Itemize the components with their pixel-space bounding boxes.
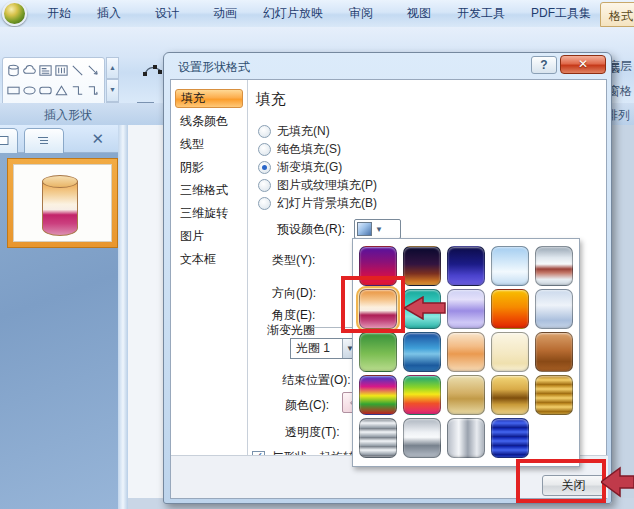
gradient-swatch-gold-tan[interactable]: [447, 375, 485, 415]
radio-no-fill[interactable]: 无填充(N): [258, 123, 330, 140]
dialog-title: 设置形状格式: [178, 59, 250, 76]
preset-dropdown-arrow: ▼: [375, 225, 383, 234]
gallery-scroll-down-button[interactable]: ▼: [106, 79, 119, 101]
pane-divider[interactable]: [118, 125, 128, 509]
gradient-stop-combo[interactable]: 光圈 1 ▼: [290, 338, 358, 359]
preset-colors-button[interactable]: ▼: [354, 219, 401, 239]
shape-oval-icon[interactable]: [21, 80, 37, 100]
annotation-box-close-button: [516, 459, 606, 503]
gradient-swatch-blue-stripes[interactable]: [491, 418, 529, 458]
slide-thumbnail-content: [13, 164, 112, 242]
nav-item-text-box[interactable]: 文本框: [175, 250, 243, 269]
dialog-nav: 填充 线条颜色 线型 阴影 三维格式 三维旋转 图片 文本框: [171, 80, 248, 456]
radio-circle[interactable]: [258, 179, 271, 192]
shape-elbow-arrow-connector-icon[interactable]: [86, 80, 102, 100]
radio-solid-fill[interactable]: 纯色填充(S): [258, 141, 341, 158]
tab-view[interactable]: 视图: [394, 0, 444, 27]
gradient-swatch-ocean-blue[interactable]: [403, 332, 441, 372]
gradient-swatch-parchment[interactable]: [491, 332, 529, 372]
transparency-label: 透明度(T):: [285, 424, 340, 441]
gradient-swatch-green[interactable]: [359, 332, 397, 372]
dialog-help-button[interactable]: ?: [531, 56, 557, 74]
ribbon-tab-bar: 开始 插入 设计 动画 幻灯片放映 审阅 视图 开发工具 PDF工具集 格式: [0, 0, 634, 27]
radio-circle-selected[interactable]: [258, 161, 271, 174]
tab-slideshow[interactable]: 幻灯片放映: [250, 0, 336, 27]
nav-item-3d-rotation[interactable]: 三维旋转: [175, 204, 243, 223]
insert-shapes-group-label: 插入形状: [44, 107, 92, 124]
slide-thumbnail[interactable]: [7, 158, 118, 248]
nav-item-3d-format[interactable]: 三维格式: [175, 181, 243, 200]
preset-colors-dropdown-panel: [352, 238, 580, 467]
ribbon-tabs: 开始 插入 设计 动画 幻灯片放映 审阅 视图 开发工具 PDF工具集: [34, 0, 604, 27]
tab-design[interactable]: 设计: [142, 0, 192, 27]
gradient-swatch-gold-brown-band[interactable]: [491, 375, 529, 415]
shape-vertical-text-box-icon[interactable]: [53, 60, 69, 80]
shape-line-icon[interactable]: [70, 60, 86, 80]
slide-canvas-edge: [128, 125, 164, 509]
office-button[interactable]: [2, 1, 27, 26]
tab-developer[interactable]: 开发工具: [444, 0, 518, 27]
radio-label: 图片或纹理填充(P): [277, 177, 377, 194]
radio-picture-texture-fill[interactable]: 图片或纹理填充(P): [258, 177, 377, 194]
tab-outline[interactable]: [24, 128, 64, 153]
gallery-scroll-up-button[interactable]: ▲: [106, 57, 119, 79]
tab-animation[interactable]: 动画: [200, 0, 250, 27]
gradient-swatch-silver-stripes[interactable]: [359, 418, 397, 458]
shape-triangle-icon[interactable]: [53, 80, 69, 100]
tab-insert[interactable]: 插入: [84, 0, 134, 27]
dialog-close-x-button[interactable]: ✕: [560, 55, 606, 74]
type-label: 类型(Y):: [272, 252, 315, 269]
radio-gradient-fill[interactable]: 渐变填充(G): [258, 159, 342, 176]
gradient-swatch-lavender[interactable]: [447, 289, 485, 329]
shape-text-box-icon[interactable]: [37, 60, 53, 80]
nav-item-picture[interactable]: 图片: [175, 227, 243, 246]
gradient-swatch-peach[interactable]: [447, 332, 485, 372]
shape-arrow-icon[interactable]: [86, 60, 102, 80]
shape-elbow-connector-icon[interactable]: [70, 80, 86, 100]
slide-icon: [0, 136, 9, 145]
gradient-stops-label: 渐变光圈: [267, 322, 315, 339]
tab-home[interactable]: 开始: [34, 0, 84, 27]
preset-colors-label: 预设颜色(R):: [277, 221, 345, 238]
tab-pdf-tools[interactable]: PDF工具集: [518, 0, 604, 27]
gradient-swatch-copper-brown[interactable]: [535, 332, 573, 372]
gradient-swatch-silver-red-stripe[interactable]: [535, 246, 573, 286]
color-label: 颜色(C):: [285, 397, 329, 414]
preset-current-swatch: [357, 222, 372, 236]
radio-label: 幻灯片背景填充(B): [277, 195, 377, 212]
radio-circle[interactable]: [258, 125, 271, 138]
direction-label: 方向(D):: [272, 285, 316, 302]
end-position-label: 结束位置(O):: [282, 372, 351, 389]
gradient-swatch-navy-violet[interactable]: [447, 246, 485, 286]
gradient-swatch-daybreak-blue[interactable]: [491, 246, 529, 286]
gradient-swatch-navy-orange-night[interactable]: [403, 246, 441, 286]
gradient-swatch-silver-vertical[interactable]: [447, 418, 485, 458]
annotation-arrow-close-button: [601, 466, 634, 498]
gradient-swatch-fire-orange-red[interactable]: [491, 289, 529, 329]
gradient-swatch-gold-stripes[interactable]: [535, 375, 573, 415]
radio-circle[interactable]: [258, 197, 271, 210]
close-pane-icon[interactable]: ✕: [91, 130, 104, 148]
tab-slides-thumbnails[interactable]: [0, 128, 18, 153]
radio-background-fill[interactable]: 幻灯片背景填充(B): [258, 195, 377, 212]
gradient-swatch-fog-blue[interactable]: [535, 289, 573, 329]
radio-label: 无填充(N): [277, 123, 330, 140]
tab-format-partial[interactable]: 格式: [600, 2, 634, 27]
fill-heading: 填充: [256, 90, 286, 109]
gradient-swatch-rainbow-2[interactable]: [403, 375, 441, 415]
edit-points-icon[interactable]: [141, 62, 163, 82]
nav-item-shadow[interactable]: 阴影: [175, 158, 243, 177]
nav-item-line-color[interactable]: 线条颜色: [175, 112, 243, 131]
nav-item-fill[interactable]: 填充: [175, 89, 243, 108]
gradient-swatch-silver[interactable]: [403, 418, 441, 458]
nav-item-line-style[interactable]: 线型: [175, 135, 243, 154]
tab-review[interactable]: 审阅: [336, 0, 386, 27]
slides-pane-tabs: ✕: [0, 125, 118, 153]
shape-cloud-icon[interactable]: [21, 60, 37, 80]
gradient-swatch-rainbow[interactable]: [359, 375, 397, 415]
annotation-arrow-swatch: [404, 296, 446, 320]
radio-circle[interactable]: [258, 143, 271, 156]
shape-rectangle-icon[interactable]: [5, 80, 21, 100]
shape-rounded-rectangle-icon[interactable]: [37, 80, 53, 100]
shape-cylinder-icon[interactable]: [5, 60, 21, 80]
